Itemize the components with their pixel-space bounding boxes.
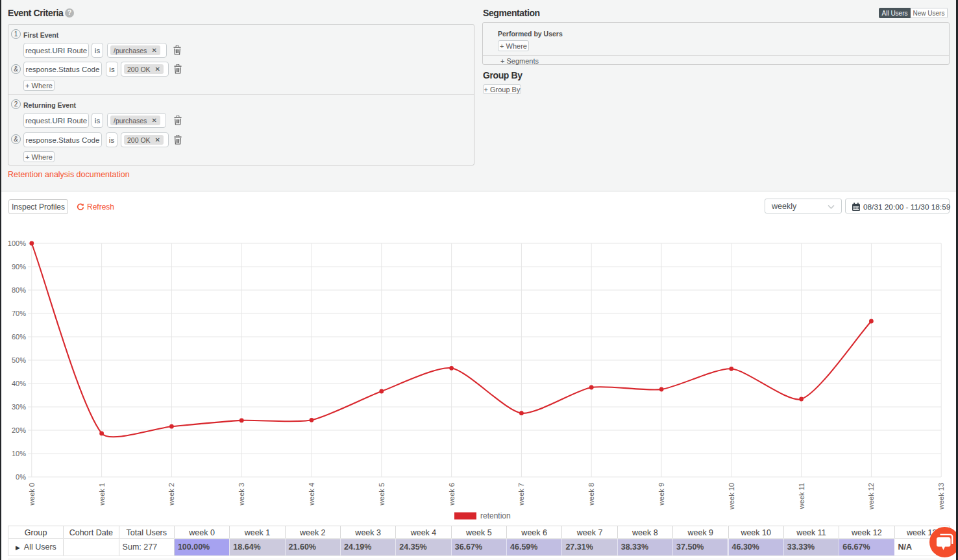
svg-text:week 5: week 5: [378, 483, 386, 506]
svg-text:50%: 50%: [12, 356, 26, 364]
svg-text:retention: retention: [480, 511, 511, 520]
svg-text:week 3: week 3: [238, 483, 245, 506]
svg-text:30%: 30%: [12, 403, 26, 411]
svg-text:week 7: week 7: [517, 483, 525, 506]
svg-text:week 9: week 9: [657, 483, 665, 506]
svg-text:100%: 100%: [8, 239, 26, 247]
svg-text:week 2: week 2: [167, 483, 175, 506]
svg-text:week 12: week 12: [867, 483, 875, 510]
svg-text:10%: 10%: [12, 450, 26, 457]
svg-text:90%: 90%: [12, 263, 26, 271]
svg-text:70%: 70%: [12, 310, 26, 317]
svg-text:60%: 60%: [12, 333, 26, 341]
svg-text:week 11: week 11: [798, 483, 805, 509]
svg-text:week 4: week 4: [308, 483, 315, 506]
svg-text:week 13: week 13: [937, 483, 945, 510]
svg-text:week 10: week 10: [728, 483, 735, 510]
svg-text:week 6: week 6: [448, 483, 456, 506]
svg-text:week 1: week 1: [98, 483, 106, 506]
svg-text:20%: 20%: [12, 426, 26, 434]
svg-text:80%: 80%: [12, 286, 26, 294]
svg-text:0%: 0%: [16, 473, 26, 481]
svg-text:week 8: week 8: [587, 483, 595, 506]
svg-text:week 0: week 0: [28, 483, 36, 506]
svg-text:40%: 40%: [12, 380, 26, 387]
